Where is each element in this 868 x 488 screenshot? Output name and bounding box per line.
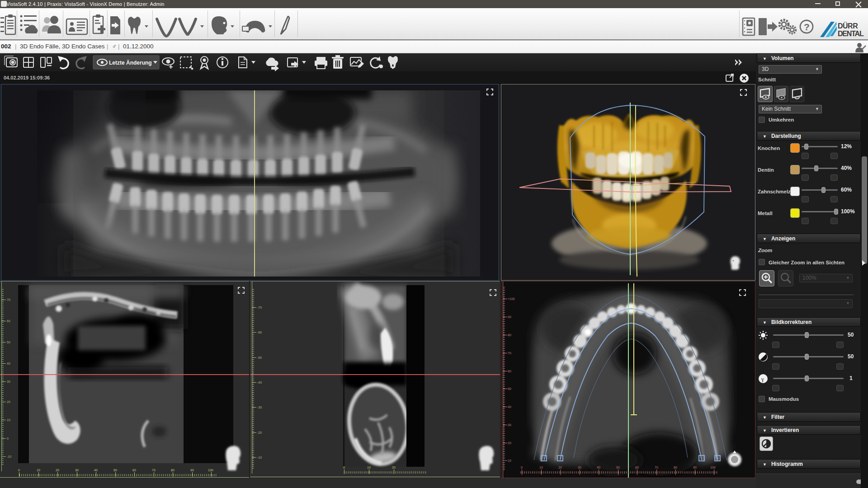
svg-text:90: 90 — [190, 469, 194, 472]
svg-text:DENTAL: DENTAL — [838, 30, 864, 38]
svg-text:20: 20 — [56, 469, 59, 472]
svg-text:10: 10 — [7, 418, 10, 422]
svg-text:30: 30 — [578, 466, 581, 469]
svg-text:60: 60 — [132, 469, 136, 472]
svg-text:30: 30 — [75, 469, 79, 472]
svg-text:40: 40 — [597, 466, 600, 469]
svg-text:10: 10 — [367, 466, 371, 469]
svg-text:-20: -20 — [257, 431, 262, 434]
svg-text:20: 20 — [7, 400, 10, 404]
svg-text:0: 0 — [343, 466, 345, 469]
svg-text:70: 70 — [508, 352, 511, 355]
svg-text:-60: -60 — [257, 331, 262, 334]
svg-text:10: 10 — [539, 466, 543, 469]
svg-text:60: 60 — [508, 370, 511, 373]
svg-text:90: 90 — [693, 466, 697, 469]
svg-text:-10: -10 — [257, 456, 262, 459]
svg-text:-30: -30 — [257, 406, 262, 409]
svg-text:DÜRR: DÜRR — [838, 22, 858, 30]
svg-text:50: 50 — [616, 466, 620, 469]
svg-text:30: 30 — [7, 380, 10, 383]
svg-text:70: 70 — [152, 469, 156, 472]
svg-text:-70: -70 — [257, 306, 262, 309]
svg-text:40: 40 — [508, 405, 511, 408]
svg-text:80: 80 — [674, 466, 677, 469]
svg-text:80: 80 — [508, 333, 511, 337]
svg-text:70: 70 — [7, 298, 10, 301]
svg-text:0: 0 — [7, 437, 9, 440]
svg-text:20: 20 — [558, 466, 562, 469]
svg-text:γ: γ — [761, 375, 764, 382]
svg-text:20: 20 — [392, 466, 396, 469]
svg-text:10: 10 — [37, 469, 40, 472]
svg-text:40: 40 — [94, 469, 98, 472]
svg-text:50: 50 — [113, 469, 117, 472]
svg-text:50: 50 — [508, 387, 511, 390]
svg-text:60: 60 — [635, 466, 639, 469]
svg-text:50: 50 — [7, 341, 10, 344]
svg-text:40: 40 — [7, 362, 10, 365]
svg-text:60: 60 — [7, 319, 10, 323]
svg-text:0: 0 — [18, 469, 20, 472]
svg-text:-10: -10 — [7, 455, 11, 458]
svg-text:0: 0 — [521, 466, 523, 469]
svg-text:80: 80 — [171, 469, 175, 472]
svg-text:-40: -40 — [257, 381, 262, 384]
svg-text:Letzte Änderung: Letzte Änderung — [109, 59, 152, 66]
svg-text:90: 90 — [508, 315, 511, 319]
svg-text:-50: -50 — [257, 356, 262, 359]
svg-text:100: 100 — [208, 469, 213, 472]
svg-text:+100: +100 — [508, 297, 515, 300]
svg-text:10: 10 — [508, 459, 511, 462]
svg-text:70: 70 — [655, 466, 658, 469]
svg-text:100: 100 — [710, 466, 716, 469]
svg-text:20: 20 — [508, 441, 511, 445]
svg-text:30: 30 — [508, 423, 511, 427]
svg-text:?: ? — [804, 22, 810, 32]
